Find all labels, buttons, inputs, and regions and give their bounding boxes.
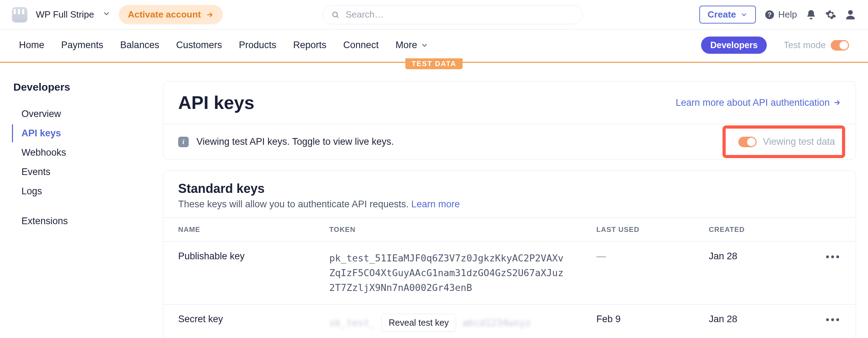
activate-account-label: Activate account [128, 9, 201, 20]
main-content: API keys Learn more about API authentica… [163, 81, 856, 338]
toggle-switch-icon [831, 40, 849, 51]
sidebar-item-extensions[interactable]: Extensions [12, 212, 163, 230]
create-button[interactable]: Create [699, 6, 756, 24]
row-actions-button[interactable]: ••• [825, 251, 841, 262]
developers-chip[interactable]: Developers [701, 37, 767, 54]
chevron-down-icon[interactable] [103, 9, 110, 20]
notifications-button[interactable] [805, 9, 817, 20]
standard-keys-card: Standard keys These keys will allow you … [163, 170, 856, 338]
nav-home[interactable]: Home [19, 40, 44, 51]
help-label: Help [778, 9, 797, 20]
key-created: Jan 28 [694, 242, 811, 305]
chevron-down-icon [421, 41, 428, 49]
search-icon [331, 11, 339, 19]
standard-keys-subtitle: These keys will allow you to authenticat… [178, 199, 841, 210]
activate-account-button[interactable]: Activate account [119, 5, 223, 24]
table-row: Publishable key pk_test_51IEaMJF0q6Z3V7z… [163, 242, 856, 305]
learn-authentication-label: Learn more about API authentication [676, 97, 830, 108]
col-name-header: NAME [163, 218, 315, 242]
key-token-blur-right: abcd1234wxyz [462, 317, 531, 328]
search-field[interactable] [323, 5, 583, 24]
key-name: Publishable key [163, 242, 315, 305]
toggle-switch-icon [738, 137, 757, 147]
key-token[interactable]: pk_test_51IEaMJF0q6Z3V7z0JgkzKkyAC2P2VAX… [315, 242, 582, 305]
help-button[interactable]: ? Help [764, 9, 797, 20]
row-actions-button[interactable]: ••• [825, 314, 841, 325]
svg-text:?: ? [767, 11, 771, 18]
nav-customers[interactable]: Customers [176, 40, 222, 51]
profile-button[interactable] [845, 9, 856, 20]
nav-balances[interactable]: Balances [120, 40, 159, 51]
create-label: Create [708, 9, 736, 20]
search-input[interactable] [345, 9, 574, 20]
nav-more[interactable]: More [395, 40, 428, 51]
standard-keys-subtitle-text: These keys will allow you to authenticat… [178, 199, 411, 209]
arrow-right-icon [833, 99, 841, 106]
nav-connect[interactable]: Connect [343, 40, 379, 51]
test-mode-label: Test mode [784, 40, 826, 51]
store-name[interactable]: WP Full Stripe [36, 9, 94, 20]
svg-point-0 [333, 12, 337, 17]
sidebar-item-api-keys[interactable]: API keys [12, 124, 163, 142]
arrow-right-icon [206, 11, 214, 19]
person-icon [845, 9, 856, 20]
bell-icon [805, 9, 817, 20]
col-lastused-header: LAST USED [582, 218, 694, 242]
help-icon: ? [764, 9, 775, 20]
sidebar-item-webhooks[interactable]: Webhooks [12, 144, 163, 162]
key-last-used: Feb 9 [582, 304, 694, 338]
sidebar: Developers Overview API keys Webhooks Ev… [12, 81, 163, 338]
sidebar-item-logs[interactable]: Logs [12, 182, 163, 200]
col-token-header: TOKEN [315, 218, 582, 242]
keys-table: NAME TOKEN LAST USED CREATED Publishable… [163, 217, 856, 338]
top-bar: WP Full Stripe Activate account Create ?… [0, 0, 868, 30]
key-token-blur-left: sk_test_ [329, 317, 375, 328]
sidebar-item-events[interactable]: Events [12, 163, 163, 181]
key-name: Secret key [163, 304, 315, 338]
test-data-badge: TEST DATA [405, 58, 462, 69]
info-text: Viewing test API keys. Toggle to view li… [196, 136, 394, 147]
col-created-header: CREATED [694, 218, 811, 242]
info-row: i Viewing test API keys. Toggle to view … [163, 124, 856, 160]
page-header-card: API keys Learn more about API authentica… [163, 81, 856, 160]
sidebar-nav: Overview API keys Webhooks Events Logs E… [12, 105, 163, 230]
col-actions-header [811, 218, 856, 242]
settings-button[interactable] [825, 9, 836, 20]
key-token-cell: sk_test_ Reveal test key abcd1234wxyz [315, 304, 582, 338]
page-title: API keys [178, 92, 254, 113]
standard-keys-learn-more-link[interactable]: Learn more [411, 199, 460, 209]
viewing-test-data-label: Viewing test data [763, 136, 835, 147]
chevron-down-icon [740, 11, 747, 18]
nav-reports[interactable]: Reports [293, 40, 326, 51]
gear-icon [825, 9, 836, 20]
reveal-key-button[interactable]: Reveal test key [381, 314, 456, 332]
nav-payments[interactable]: Payments [61, 40, 103, 51]
sidebar-title: Developers [13, 81, 163, 93]
key-last-used: — [582, 242, 694, 305]
nav-more-label: More [395, 40, 417, 51]
nav-products[interactable]: Products [239, 40, 277, 51]
main-nav-wrap: Home Payments Balances Customers Product… [0, 30, 868, 63]
sidebar-item-overview[interactable]: Overview [12, 105, 163, 123]
standard-keys-title: Standard keys [178, 181, 841, 196]
highlight-annotation: Viewing test data [723, 125, 845, 158]
table-row: Secret key sk_test_ Reveal test key abcd… [163, 304, 856, 338]
store-logo [12, 7, 27, 22]
key-created: Jan 28 [694, 304, 811, 338]
main-nav: Home Payments Balances Customers Product… [0, 30, 868, 62]
test-mode-toggle[interactable]: Test mode [784, 40, 849, 51]
info-icon: i [178, 137, 189, 147]
viewing-test-data-toggle[interactable]: Viewing test data [733, 133, 835, 151]
learn-authentication-link[interactable]: Learn more about API authentication [676, 97, 841, 108]
